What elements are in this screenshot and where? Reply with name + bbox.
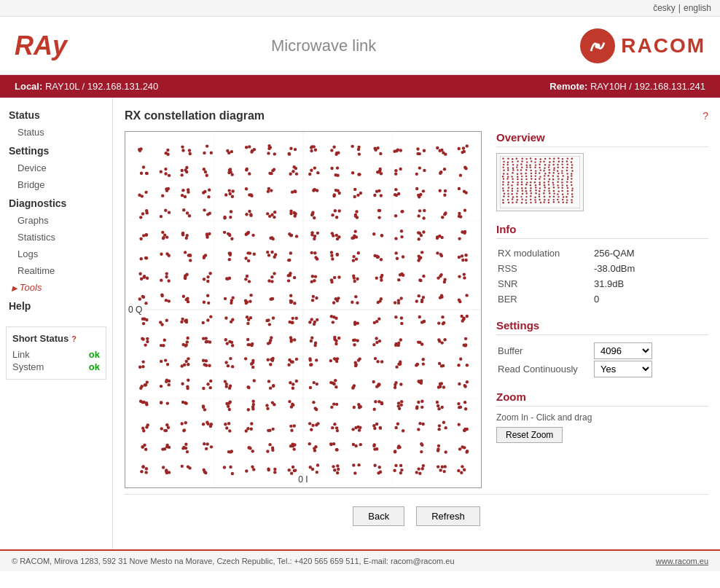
svg-point-182 xyxy=(377,189,380,192)
svg-point-1080 xyxy=(558,161,560,162)
svg-point-519 xyxy=(142,322,145,325)
sidebar-item-realtime[interactable]: Realtime xyxy=(0,262,112,279)
svg-point-342 xyxy=(203,255,206,258)
svg-point-601 xyxy=(224,338,227,341)
section-help-icon[interactable]: ? xyxy=(703,110,708,122)
svg-point-1206 xyxy=(548,184,549,185)
svg-point-162 xyxy=(267,187,270,190)
lang-en[interactable]: english xyxy=(684,3,711,13)
svg-point-103 xyxy=(295,172,298,175)
svg-point-996 xyxy=(181,465,184,468)
svg-point-1228 xyxy=(503,190,504,192)
svg-point-134 xyxy=(464,167,467,170)
svg-point-521 xyxy=(145,318,148,321)
svg-point-670 xyxy=(251,366,254,369)
sidebar-item-status[interactable]: Status xyxy=(0,124,112,141)
rss-row: RSS -38.0dBm xyxy=(498,262,707,275)
svg-point-757 xyxy=(334,379,337,382)
svg-point-207 xyxy=(182,208,185,211)
svg-point-574 xyxy=(437,321,440,324)
svg-point-882 xyxy=(293,424,296,427)
svg-point-1046 xyxy=(444,465,447,468)
sidebar-item-tools[interactable]: Tools xyxy=(0,279,112,296)
footer-website[interactable]: www.racom.eu xyxy=(656,557,708,565)
refresh-button[interactable]: Refresh xyxy=(416,506,480,526)
svg-point-102 xyxy=(289,173,291,176)
svg-point-981 xyxy=(461,445,463,448)
svg-point-806 xyxy=(251,400,254,403)
svg-point-87 xyxy=(203,168,206,170)
svg-point-844 xyxy=(441,406,444,409)
svg-point-907 xyxy=(418,422,421,425)
buffer-select[interactable]: 4096 2048 1024 512 xyxy=(594,342,652,359)
svg-point-588 xyxy=(162,344,165,347)
svg-point-828 xyxy=(374,400,377,403)
reset-zoom-button[interactable]: Reset Zoom xyxy=(496,427,563,443)
svg-point-1140 xyxy=(539,172,540,173)
svg-point-924 xyxy=(165,444,168,447)
svg-point-536 xyxy=(230,320,232,323)
sidebar-item-graphs[interactable]: Graphs xyxy=(0,212,112,229)
svg-point-202 xyxy=(168,211,171,213)
svg-point-1063 xyxy=(553,158,555,160)
svg-point-742 xyxy=(253,379,256,382)
svg-point-843 xyxy=(437,407,440,410)
svg-point-243 xyxy=(377,216,380,219)
svg-point-971 xyxy=(397,444,400,447)
sidebar-item-statistics[interactable]: Statistics xyxy=(0,229,112,246)
svg-point-1139 xyxy=(535,173,536,174)
svg-point-1043 xyxy=(443,470,446,473)
svg-point-60 xyxy=(416,147,419,150)
settings-section: Settings Buffer 4096 2048 1024 512 xyxy=(496,319,708,379)
back-button[interactable]: Back xyxy=(353,506,404,526)
lang-cs[interactable]: česky xyxy=(653,3,676,13)
svg-point-154 xyxy=(232,189,235,192)
sidebar-item-device[interactable]: Device xyxy=(0,160,112,176)
svg-point-765 xyxy=(372,380,375,383)
svg-point-1101 xyxy=(507,167,509,168)
svg-point-311 xyxy=(380,234,383,237)
svg-point-1008 xyxy=(273,468,276,471)
svg-point-380 xyxy=(394,251,397,254)
read-cont-select[interactable]: Yes No xyxy=(594,361,652,377)
svg-point-864 xyxy=(182,429,185,432)
svg-point-1159 xyxy=(552,175,554,176)
svg-point-655 xyxy=(160,360,163,363)
svg-point-18 xyxy=(210,152,213,154)
svg-point-746 xyxy=(272,384,275,387)
svg-point-503 xyxy=(378,299,381,302)
svg-point-425 xyxy=(293,276,296,279)
svg-point-532 xyxy=(202,321,205,324)
svg-point-727 xyxy=(160,385,163,388)
short-status-help-icon[interactable]: ? xyxy=(71,334,77,343)
svg-point-748 xyxy=(289,381,291,384)
svg-point-881 xyxy=(289,425,292,428)
svg-point-1276 xyxy=(502,199,504,200)
constellation-container[interactable]: 0 Q 0 I xyxy=(125,131,482,488)
svg-point-175 xyxy=(353,195,356,198)
svg-point-1184 xyxy=(521,181,523,183)
sidebar-item-bridge[interactable]: Bridge xyxy=(0,176,112,193)
svg-point-873 xyxy=(224,423,227,426)
svg-point-652 xyxy=(142,360,145,363)
svg-point-89 xyxy=(206,174,208,177)
svg-point-64 xyxy=(436,146,439,149)
svg-point-209 xyxy=(203,208,206,211)
sidebar-item-logs[interactable]: Logs xyxy=(0,246,112,262)
svg-point-910 xyxy=(445,426,447,429)
svg-point-1144 xyxy=(557,173,559,174)
svg-point-717 xyxy=(466,364,469,366)
svg-point-329 xyxy=(140,257,143,260)
svg-point-1244 xyxy=(504,193,505,195)
svg-point-712 xyxy=(438,362,441,365)
svg-point-436 xyxy=(353,276,356,279)
svg-point-449 xyxy=(419,279,422,282)
svg-point-1243 xyxy=(571,189,573,191)
svg-point-364 xyxy=(330,251,333,254)
svg-point-830 xyxy=(373,408,376,411)
svg-point-433 xyxy=(330,281,333,283)
svg-point-1091 xyxy=(535,164,536,165)
svg-point-630 xyxy=(375,337,377,340)
svg-point-926 xyxy=(161,447,164,450)
svg-point-51 xyxy=(357,146,360,149)
